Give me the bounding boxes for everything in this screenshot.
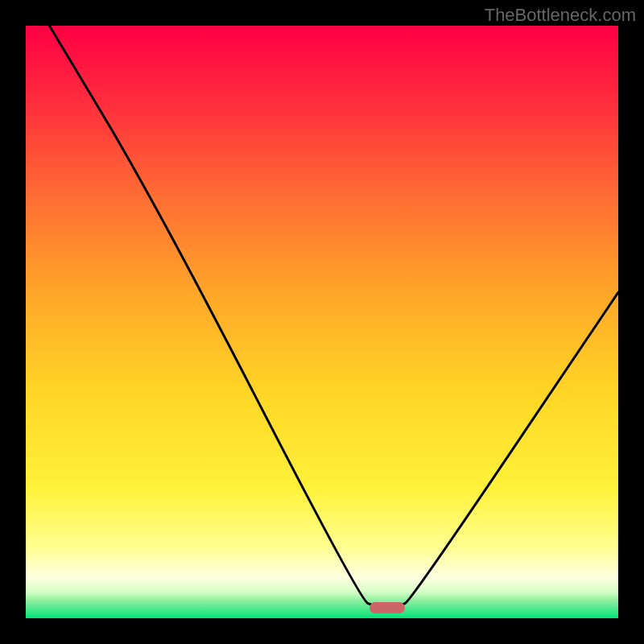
watermark-text: TheBottleneck.com (485, 5, 636, 26)
chart-frame: TheBottleneck.com (0, 0, 644, 644)
optimum-marker (369, 602, 405, 613)
chart-canvas (0, 0, 644, 644)
plot-background (26, 26, 618, 618)
